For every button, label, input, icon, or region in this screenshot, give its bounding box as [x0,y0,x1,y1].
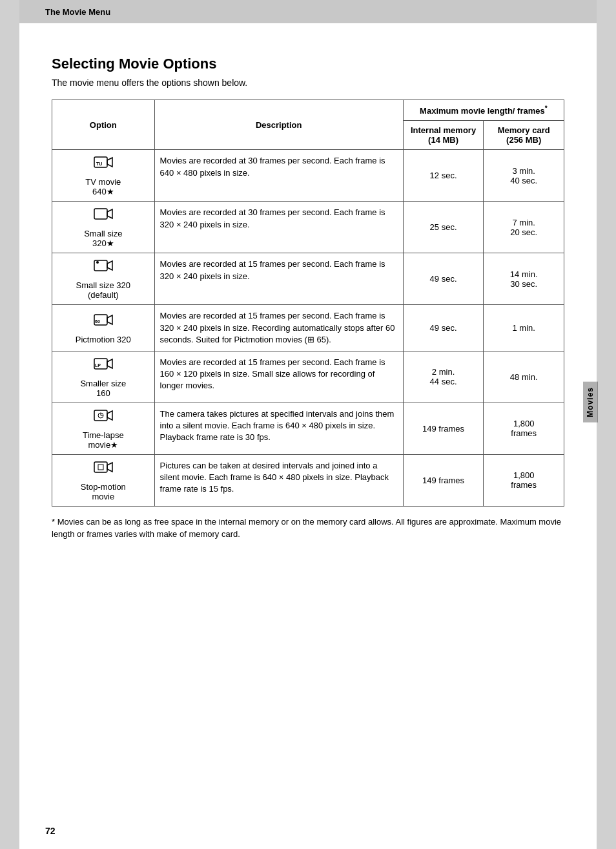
col-option-header: Option [52,100,155,150]
option-cell-4: LP Smaller size 160 [52,351,155,403]
internal-cell-3: 49 sec. [403,305,484,351]
option-label-5: Time-lapse movie★ [57,430,149,450]
page-number: 72 [45,826,56,836]
svg-point-7 [96,261,99,264]
internal-cell-2: 49 sec. [403,253,484,305]
svg-marker-12 [107,359,112,368]
header-bar: The Movie Menu [19,0,597,23]
option-label-1: Small size 320★ [57,229,149,248]
option-label-4: Smaller size 160 [57,379,149,398]
svg-rect-5 [94,260,107,271]
table-row: Stop-motion moviePictures can be taken a… [52,454,564,506]
svg-marker-9 [107,315,112,324]
option-cell-5: Time-lapse movie★ [52,403,155,454]
col-max-length-header: Maximum movie length/ frames* [403,100,564,121]
header-label: The Movie Menu [45,7,110,17]
footnote-text: * Movies can be as long as free space in… [52,516,564,541]
table-row: Time-lapse movie★The camera takes pictur… [52,403,564,454]
col-memory-header: Memory card (256 MB) [484,121,564,150]
svg-marker-1 [107,158,112,167]
movies-sidebar-tab: Movies [583,382,598,423]
svg-marker-6 [107,261,112,270]
svg-text:60: 60 [95,319,100,324]
table-row: Small size 320★Movies are recorded at 30… [52,202,564,253]
svg-marker-20 [107,463,112,472]
table-row: LP Smaller size 160Movies are recorded a… [52,351,564,403]
svg-text:LP: LP [95,363,101,368]
table-row: TU TV movie 640★Movies are recorded at 3… [52,150,564,202]
table-header-row-top: Option Description Maximum movie length/… [52,100,564,121]
svg-rect-3 [94,209,107,219]
options-table: Option Description Maximum movie length/… [52,100,564,507]
description-cell-6: Pictures can be taken at desired interva… [154,454,403,506]
memory-cell-6: 1,800 frames [484,454,564,506]
svg-rect-21 [98,465,103,470]
internal-cell-1: 25 sec. [403,202,484,253]
page-subtext: The movie menu offers the options shown … [52,78,564,88]
option-label-2: Small size 320 (default) [57,280,149,300]
memory-cell-1: 7 min. 20 sec. [484,202,564,253]
col-internal-header: Internal memory (14 MB) [403,121,484,150]
table-body: TU TV movie 640★Movies are recorded at 3… [52,150,564,507]
svg-marker-4 [107,209,112,218]
memory-cell-2: 14 min. 30 sec. [484,253,564,305]
internal-cell-4: 2 min. 44 sec. [403,351,484,403]
option-cell-1: Small size 320★ [52,202,155,253]
description-cell-0: Movies are recorded at 30 frames per sec… [154,150,403,202]
internal-cell-5: 149 frames [403,403,484,454]
internal-cell-6: 149 frames [403,454,484,506]
description-cell-3: Movies are recorded at 15 frames per sec… [154,305,403,351]
option-label-6: Stop-motion movie [57,482,149,501]
page-wrapper: The Movie Menu Movies Selecting Movie Op… [19,0,597,849]
option-label-0: TV movie 640★ [57,177,149,196]
description-cell-5: The camera takes pictures at specified i… [154,403,403,454]
memory-cell-3: 1 min. [484,305,564,351]
description-cell-2: Movies are recorded at 15 frames per sec… [154,253,403,305]
col-description-header: Description [154,100,403,150]
page-heading: Selecting Movie Options [52,56,564,72]
table-row: 60 Pictmotion 320Movies are recorded at … [52,305,564,351]
option-cell-3: 60 Pictmotion 320 [52,305,155,351]
description-cell-1: Movies are recorded at 30 frames per sec… [154,202,403,253]
table-row: Small size 320 (default)Movies are recor… [52,253,564,305]
option-label-3: Pictmotion 320 [57,335,149,344]
svg-marker-15 [107,411,112,420]
svg-text:TU: TU [96,162,102,166]
footnote-marker: * [545,105,548,112]
memory-cell-0: 3 min. 40 sec. [484,150,564,202]
description-cell-4: Movies are recorded at 15 frames per sec… [154,351,403,403]
content-area: Selecting Movie Options The movie menu o… [45,43,571,554]
option-cell-6: Stop-motion movie [52,454,155,506]
internal-cell-0: 12 sec. [403,150,484,202]
svg-rect-19 [94,462,107,472]
memory-cell-4: 48 min. [484,351,564,403]
option-cell-0: TU TV movie 640★ [52,150,155,202]
memory-cell-5: 1,800 frames [484,403,564,454]
option-cell-2: Small size 320 (default) [52,253,155,305]
